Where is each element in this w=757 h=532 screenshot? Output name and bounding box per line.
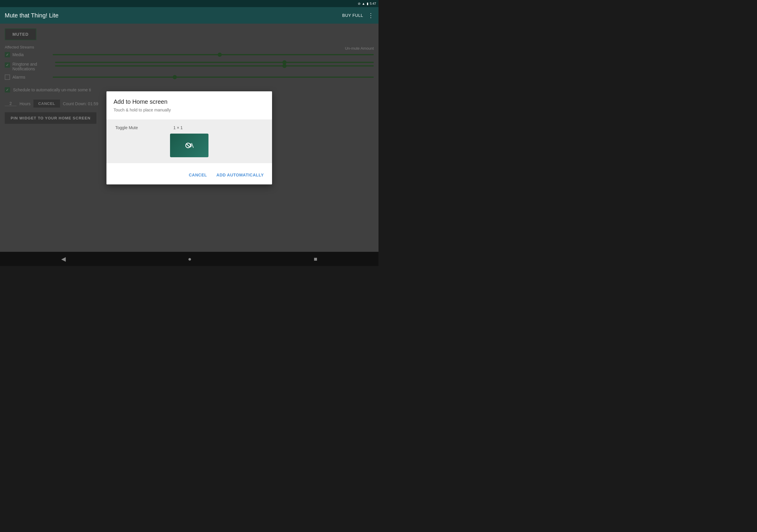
add-to-home-dialog: Add to Home screen Touch & hold to place… xyxy=(106,91,272,185)
dialog-subtitle: Touch & hold to place manually xyxy=(113,107,265,112)
recents-button[interactable]: ■ xyxy=(314,256,317,262)
svg-line-1 xyxy=(186,144,190,147)
dialog-actions: CANCEL ADD AUTOMATICALLY xyxy=(106,168,272,185)
status-time: 5:47 xyxy=(370,2,376,5)
dialog-add-button[interactable]: ADD AUTOMATICALLY xyxy=(213,170,267,180)
mute-toggle-icon xyxy=(183,139,195,151)
block-icon: ⊘ xyxy=(358,2,360,6)
dialog-header: Add to Home screen Touch & hold to place… xyxy=(106,91,272,115)
wifi-icon: ▲ xyxy=(362,2,365,5)
widget-name-label: Toggle Mute xyxy=(115,125,138,130)
dialog-title: Add to Home screen xyxy=(113,99,265,105)
dialog-cancel-button[interactable]: CANCEL xyxy=(185,170,210,180)
widget-size-label: 1 × 1 xyxy=(173,125,183,130)
back-button[interactable]: ◀ xyxy=(61,255,66,262)
dialog-widget-area: Toggle Mute 1 × 1 xyxy=(106,119,272,163)
app-bar: Mute that Thing! Lite BUY FULL ⋮ xyxy=(0,7,378,24)
main-content: MUTED Affected Streams Un-mute Amount ✓ … xyxy=(0,24,378,252)
widget-info-row: Toggle Mute 1 × 1 xyxy=(112,125,266,130)
svg-line-2 xyxy=(192,143,194,148)
nav-bar: ◀ ● ■ xyxy=(0,252,378,266)
battery-icon: ▮ xyxy=(367,2,369,6)
home-button[interactable]: ● xyxy=(188,256,191,262)
app-title: Mute that Thing! Lite xyxy=(5,12,59,19)
widget-preview xyxy=(170,133,208,157)
more-options-icon[interactable]: ⋮ xyxy=(368,12,374,19)
buy-full-button[interactable]: BUY FULL xyxy=(342,13,363,18)
app-bar-actions: BUY FULL ⋮ xyxy=(342,12,374,19)
status-bar: ⊘ ▲ ▮ 5:47 xyxy=(0,0,378,7)
status-icons: ⊘ ▲ ▮ 5:47 xyxy=(358,2,376,6)
dialog-overlay: Add to Home screen Touch & hold to place… xyxy=(0,24,378,252)
